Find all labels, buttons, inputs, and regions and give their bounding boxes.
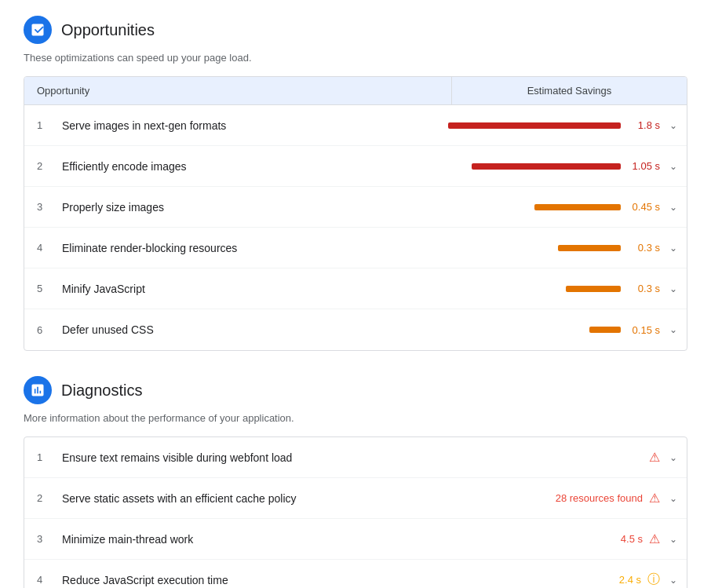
row-left: 4 Eliminate render-blocking resources — [24, 232, 451, 264]
savings-value: 1.8 s — [627, 119, 660, 131]
savings-bar — [558, 245, 621, 251]
diagnostics-title: Diagnostics — [61, 382, 142, 400]
opportunities-rows: 1 Serve images in next-gen formats 1.8 s… — [24, 105, 687, 350]
savings-bar-container — [458, 163, 621, 170]
row-left: 6 Defer unused CSS — [24, 314, 451, 345]
row-right: 28 resources found⚠⌄ — [451, 481, 687, 515]
row-left: 1 Serve images in next-gen formats — [24, 110, 451, 141]
row-left: 3 Properly size images — [24, 192, 451, 223]
chevron-down-icon: ⌄ — [669, 493, 677, 504]
row-label: Serve images in next-gen formats — [62, 119, 226, 132]
savings-value: 0.45 s — [627, 201, 660, 213]
chevron-down-icon: ⌄ — [669, 202, 677, 213]
savings-bar-container — [458, 327, 621, 333]
row-right: ⚠⌄ — [451, 440, 687, 474]
table-row[interactable]: 2 Serve static assets with an efficient … — [24, 478, 687, 519]
row-right: 0.3 s ⌄ — [451, 232, 687, 263]
opportunities-table: Opportunity Estimated Savings 1 Serve im… — [24, 76, 687, 351]
opportunities-table-header: Opportunity Estimated Savings — [24, 77, 687, 105]
row-label: Efficiently encode images — [62, 160, 187, 173]
chevron-down-icon: ⌄ — [669, 243, 677, 254]
chevron-down-icon: ⌄ — [669, 452, 677, 463]
col-savings: Estimated Savings — [451, 77, 687, 104]
warning-icon: ⚠ — [649, 450, 660, 465]
row-number: 1 — [37, 451, 49, 463]
status-text: 2.4 s — [619, 574, 641, 586]
savings-bar — [566, 286, 621, 292]
row-right: 1.8 s ⌄ — [451, 110, 687, 141]
savings-value: 0.3 s — [627, 242, 660, 254]
row-number: 4 — [37, 574, 49, 586]
row-label: Minify JavaScript — [62, 283, 145, 295]
diagnostics-icon — [24, 376, 52, 404]
row-right: 4.5 s⚠⌄ — [451, 522, 687, 556]
row-number: 5 — [37, 283, 49, 294]
warning-icon: ⚠ — [649, 491, 660, 506]
row-label: Properly size images — [62, 201, 164, 214]
row-number: 1 — [37, 119, 49, 131]
table-row[interactable]: 4 Reduce JavaScript execution time 2.4 s… — [24, 560, 687, 588]
row-left: 5 Minify JavaScript — [24, 273, 451, 305]
row-number: 2 — [37, 160, 49, 172]
table-row[interactable]: 2 Efficiently encode images 1.05 s ⌄ — [24, 146, 687, 187]
warning-icon: ⚠ — [649, 531, 660, 546]
row-label: Eliminate render-blocking resources — [62, 242, 237, 254]
row-label: Defer unused CSS — [62, 323, 154, 336]
row-left: 2 Efficiently encode images — [24, 151, 451, 182]
table-row[interactable]: 3 Minimize main-thread work 4.5 s⚠⌄ — [24, 519, 687, 560]
savings-bar-container — [448, 122, 621, 129]
savings-bar — [448, 122, 621, 129]
savings-bar — [534, 204, 621, 210]
status-text: 28 resources found — [556, 492, 643, 504]
row-label: Ensure text remains visible during webfo… — [62, 451, 292, 464]
table-row[interactable]: 1 Serve images in next-gen formats 1.8 s… — [24, 105, 687, 146]
savings-value: 0.3 s — [627, 283, 660, 294]
row-number: 3 — [37, 533, 49, 545]
row-number: 3 — [37, 201, 49, 213]
chevron-down-icon: ⌄ — [669, 324, 677, 335]
savings-value: 0.15 s — [627, 324, 660, 336]
savings-bar — [589, 327, 621, 333]
savings-bar-container — [458, 245, 621, 251]
row-left: 4 Reduce JavaScript execution time — [24, 564, 451, 589]
diagnostics-table: 1 Ensure text remains visible during web… — [24, 436, 687, 588]
chevron-down-icon: ⌄ — [669, 283, 677, 294]
table-row[interactable]: 1 Ensure text remains visible during web… — [24, 437, 687, 478]
table-row[interactable]: 6 Defer unused CSS 0.15 s ⌄ — [24, 309, 687, 350]
row-right: 0.3 s ⌄ — [451, 273, 687, 304]
status-text: 4.5 s — [621, 533, 643, 545]
opportunities-section: Opportunities These optimizations can sp… — [24, 16, 687, 351]
savings-bar-container — [458, 286, 621, 292]
opportunities-header: Opportunities — [24, 16, 687, 44]
row-right: 0.15 s ⌄ — [451, 315, 687, 345]
row-left: 3 Minimize main-thread work — [24, 524, 451, 555]
row-left: 1 Ensure text remains visible during web… — [24, 442, 451, 473]
opportunities-description: These optimizations can speed up your pa… — [24, 52, 687, 64]
savings-value: 1.05 s — [627, 160, 660, 172]
chevron-down-icon: ⌄ — [669, 534, 677, 545]
row-left: 2 Serve static assets with an efficient … — [24, 483, 451, 514]
opportunities-title: Opportunities — [61, 21, 155, 39]
chevron-down-icon: ⌄ — [669, 161, 677, 172]
diagnostics-header: Diagnostics — [24, 376, 687, 404]
chevron-down-icon: ⌄ — [669, 120, 677, 131]
col-opportunity: Opportunity — [24, 77, 451, 104]
row-right: 2.4 sⓘ⌄ — [451, 562, 687, 588]
savings-bar — [472, 163, 621, 170]
row-number: 4 — [37, 242, 49, 254]
row-label: Serve static assets with an efficient ca… — [62, 492, 297, 505]
row-label: Minimize main-thread work — [62, 533, 193, 546]
diagnostics-rows: 1 Ensure text remains visible during web… — [24, 437, 687, 588]
row-number: 2 — [37, 492, 49, 504]
row-right: 1.05 s ⌄ — [451, 151, 687, 181]
opportunities-icon — [24, 16, 52, 44]
table-row[interactable]: 5 Minify JavaScript 0.3 s ⌄ — [24, 268, 687, 309]
row-number: 6 — [37, 324, 49, 336]
row-label: Reduce JavaScript execution time — [62, 574, 228, 586]
diagnostics-description: More information about the performance o… — [24, 412, 687, 424]
table-row[interactable]: 3 Properly size images 0.45 s ⌄ — [24, 187, 687, 228]
row-right: 0.45 s ⌄ — [451, 192, 687, 222]
info-icon: ⓘ — [647, 572, 660, 588]
table-row[interactable]: 4 Eliminate render-blocking resources 0.… — [24, 228, 687, 268]
diagnostics-section: Diagnostics More information about the p… — [24, 376, 687, 588]
